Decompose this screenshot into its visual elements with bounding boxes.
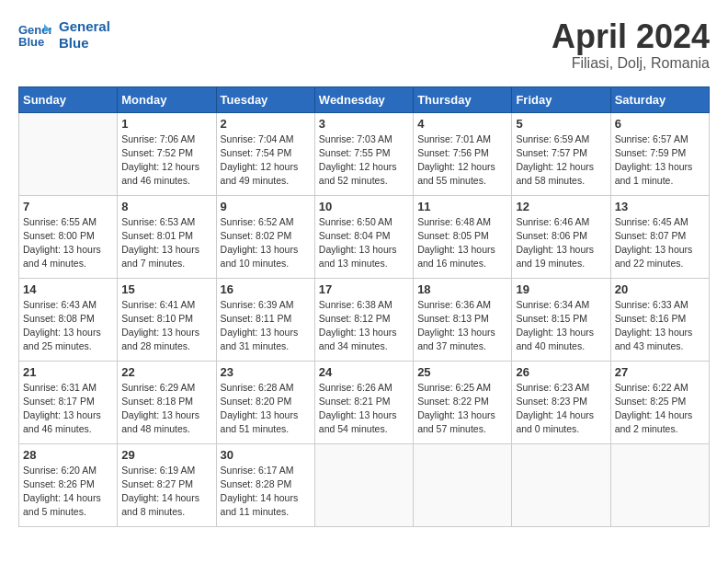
calendar-cell: 15Sunrise: 6:41 AMSunset: 8:10 PMDayligh… — [118, 278, 216, 361]
logo-icon: General Blue — [18, 22, 51, 48]
day-info: Sunrise: 7:06 AMSunset: 7:52 PMDaylight:… — [121, 132, 211, 189]
calendar-week-1: 1Sunrise: 7:06 AMSunset: 7:52 PMDaylight… — [19, 112, 710, 195]
calendar-table: SundayMondayTuesdayWednesdayThursdayFrid… — [18, 86, 710, 527]
day-number: 4 — [417, 117, 507, 131]
month-title: April 2024 — [552, 18, 710, 55]
calendar-cell: 19Sunrise: 6:34 AMSunset: 8:15 PMDayligh… — [512, 278, 610, 361]
day-info: Sunrise: 6:36 AMSunset: 8:13 PMDaylight:… — [417, 298, 507, 354]
calendar-cell: 3Sunrise: 7:03 AMSunset: 7:55 PMDaylight… — [314, 112, 413, 195]
calendar-cell: 26Sunrise: 6:23 AMSunset: 8:23 PMDayligh… — [512, 361, 610, 443]
day-info: Sunrise: 7:04 AMSunset: 7:54 PMDaylight:… — [221, 132, 311, 189]
day-info: Sunrise: 6:29 AMSunset: 8:18 PMDaylight:… — [121, 381, 211, 437]
calendar-cell — [414, 443, 512, 526]
day-info: Sunrise: 6:25 AMSunset: 8:22 PMDaylight:… — [417, 381, 507, 437]
day-info: Sunrise: 6:31 AMSunset: 8:17 PMDaylight:… — [23, 381, 113, 437]
calendar-cell: 1Sunrise: 7:06 AMSunset: 7:52 PMDaylight… — [118, 112, 216, 195]
day-number: 11 — [417, 200, 507, 213]
day-info: Sunrise: 6:55 AMSunset: 8:00 PMDaylight:… — [23, 215, 113, 271]
day-number: 30 — [221, 448, 311, 462]
day-number: 18 — [417, 282, 507, 296]
calendar-cell: 10Sunrise: 6:50 AMSunset: 8:04 PMDayligh… — [314, 195, 413, 278]
location-subtitle: Filiasi, Dolj, Romania — [552, 55, 710, 72]
calendar-cell: 11Sunrise: 6:48 AMSunset: 8:05 PMDayligh… — [414, 195, 512, 278]
day-number: 12 — [516, 200, 606, 213]
day-info: Sunrise: 6:23 AMSunset: 8:23 PMDaylight:… — [516, 381, 606, 437]
calendar-cell: 27Sunrise: 6:22 AMSunset: 8:25 PMDayligh… — [610, 361, 709, 443]
day-number: 1 — [121, 117, 211, 131]
logo-line1: General — [59, 18, 110, 35]
calendar-cell: 18Sunrise: 6:36 AMSunset: 8:13 PMDayligh… — [414, 278, 512, 361]
weekday-header-wednesday: Wednesday — [314, 86, 413, 112]
day-number: 26 — [516, 365, 606, 379]
weekday-header-tuesday: Tuesday — [216, 86, 314, 112]
day-info: Sunrise: 6:39 AMSunset: 8:11 PMDaylight:… — [221, 298, 311, 354]
day-number: 28 — [23, 448, 113, 462]
calendar-cell: 17Sunrise: 6:38 AMSunset: 8:12 PMDayligh… — [314, 278, 413, 361]
day-number: 29 — [121, 448, 211, 462]
day-info: Sunrise: 6:52 AMSunset: 8:02 PMDaylight:… — [221, 215, 311, 271]
day-info: Sunrise: 6:19 AMSunset: 8:27 PMDaylight:… — [121, 464, 211, 520]
day-info: Sunrise: 6:28 AMSunset: 8:20 PMDaylight:… — [221, 381, 311, 437]
day-info: Sunrise: 6:53 AMSunset: 8:01 PMDaylight:… — [121, 215, 211, 271]
day-info: Sunrise: 6:48 AMSunset: 8:05 PMDaylight:… — [417, 215, 507, 271]
calendar-cell: 25Sunrise: 6:25 AMSunset: 8:22 PMDayligh… — [414, 361, 512, 443]
calendar-cell: 23Sunrise: 6:28 AMSunset: 8:20 PMDayligh… — [216, 361, 314, 443]
calendar-cell: 14Sunrise: 6:43 AMSunset: 8:08 PMDayligh… — [19, 278, 118, 361]
day-number: 17 — [319, 282, 409, 296]
calendar-cell: 6Sunrise: 6:57 AMSunset: 7:59 PMDaylight… — [610, 112, 709, 195]
calendar-cell: 2Sunrise: 7:04 AMSunset: 7:54 PMDaylight… — [216, 112, 314, 195]
calendar-cell — [512, 443, 610, 526]
calendar-cell: 22Sunrise: 6:29 AMSunset: 8:18 PMDayligh… — [118, 361, 216, 443]
calendar-week-2: 7Sunrise: 6:55 AMSunset: 8:00 PMDaylight… — [19, 195, 710, 278]
day-number: 14 — [23, 282, 113, 296]
day-number: 10 — [319, 200, 409, 213]
day-info: Sunrise: 6:57 AMSunset: 7:59 PMDaylight:… — [615, 132, 705, 189]
day-number: 19 — [516, 282, 606, 296]
day-info: Sunrise: 6:26 AMSunset: 8:21 PMDaylight:… — [319, 381, 409, 437]
calendar-week-4: 21Sunrise: 6:31 AMSunset: 8:17 PMDayligh… — [19, 361, 710, 443]
day-number: 5 — [516, 117, 606, 131]
logo-line2: Blue — [59, 35, 110, 52]
calendar-cell: 24Sunrise: 6:26 AMSunset: 8:21 PMDayligh… — [314, 361, 413, 443]
day-number: 22 — [121, 365, 211, 379]
calendar-cell: 21Sunrise: 6:31 AMSunset: 8:17 PMDayligh… — [19, 361, 118, 443]
day-number: 7 — [23, 200, 113, 213]
calendar-cell — [19, 112, 118, 195]
day-info: Sunrise: 6:22 AMSunset: 8:25 PMDaylight:… — [615, 381, 705, 437]
calendar-cell: 29Sunrise: 6:19 AMSunset: 8:27 PMDayligh… — [118, 443, 216, 526]
day-number: 27 — [615, 365, 705, 379]
weekday-header-monday: Monday — [118, 86, 216, 112]
day-info: Sunrise: 7:03 AMSunset: 7:55 PMDaylight:… — [319, 132, 409, 189]
day-number: 8 — [121, 200, 211, 213]
day-number: 9 — [221, 200, 311, 213]
calendar-cell: 13Sunrise: 6:45 AMSunset: 8:07 PMDayligh… — [610, 195, 709, 278]
calendar-week-3: 14Sunrise: 6:43 AMSunset: 8:08 PMDayligh… — [19, 278, 710, 361]
day-info: Sunrise: 6:43 AMSunset: 8:08 PMDaylight:… — [23, 298, 113, 354]
day-info: Sunrise: 7:01 AMSunset: 7:56 PMDaylight:… — [417, 132, 507, 189]
day-info: Sunrise: 6:17 AMSunset: 8:28 PMDaylight:… — [221, 464, 311, 520]
day-number: 3 — [319, 117, 409, 131]
calendar-week-5: 28Sunrise: 6:20 AMSunset: 8:26 PMDayligh… — [19, 443, 710, 526]
svg-text:Blue: Blue — [18, 35, 44, 48]
calendar-cell: 16Sunrise: 6:39 AMSunset: 8:11 PMDayligh… — [216, 278, 314, 361]
day-number: 23 — [221, 365, 311, 379]
calendar-cell: 20Sunrise: 6:33 AMSunset: 8:16 PMDayligh… — [610, 278, 709, 361]
day-number: 6 — [615, 117, 705, 131]
day-number: 16 — [221, 282, 311, 296]
weekday-header-friday: Friday — [512, 86, 610, 112]
day-info: Sunrise: 6:20 AMSunset: 8:26 PMDaylight:… — [23, 464, 113, 520]
day-info: Sunrise: 6:59 AMSunset: 7:57 PMDaylight:… — [516, 132, 606, 189]
day-info: Sunrise: 6:41 AMSunset: 8:10 PMDaylight:… — [121, 298, 211, 354]
calendar-cell: 9Sunrise: 6:52 AMSunset: 8:02 PMDaylight… — [216, 195, 314, 278]
day-number: 13 — [615, 200, 705, 213]
day-info: Sunrise: 6:45 AMSunset: 8:07 PMDaylight:… — [615, 215, 705, 271]
logo: General Blue General Blue — [18, 18, 110, 52]
day-info: Sunrise: 6:46 AMSunset: 8:06 PMDaylight:… — [516, 215, 606, 271]
calendar-cell: 7Sunrise: 6:55 AMSunset: 8:00 PMDaylight… — [19, 195, 118, 278]
day-info: Sunrise: 6:38 AMSunset: 8:12 PMDaylight:… — [319, 298, 409, 354]
day-info: Sunrise: 6:33 AMSunset: 8:16 PMDaylight:… — [615, 298, 705, 354]
weekday-header-saturday: Saturday — [610, 86, 709, 112]
calendar-cell: 8Sunrise: 6:53 AMSunset: 8:01 PMDaylight… — [118, 195, 216, 278]
day-info: Sunrise: 6:34 AMSunset: 8:15 PMDaylight:… — [516, 298, 606, 354]
day-info: Sunrise: 6:50 AMSunset: 8:04 PMDaylight:… — [319, 215, 409, 271]
